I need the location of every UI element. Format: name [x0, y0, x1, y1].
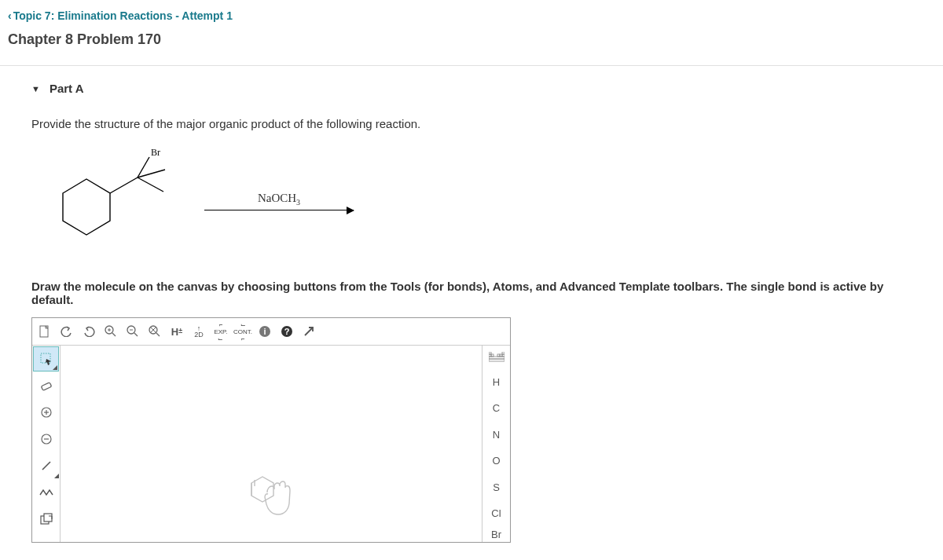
hand-cursor-icon — [244, 469, 299, 526]
left-tool-palette — [32, 346, 61, 542]
svg-rect-39 — [491, 354, 494, 357]
atom-h-button[interactable]: H — [483, 369, 510, 395]
new-doc-button[interactable] — [34, 321, 56, 342]
dropdown-indicator-icon — [54, 474, 59, 478]
fullscreen-button[interactable] — [298, 321, 320, 342]
reaction-diagram: Br NaOCH3 — [31, 146, 919, 256]
svg-rect-36 — [489, 352, 491, 354]
svg-line-3 — [138, 178, 163, 192]
reagent-label: NaOCH3 — [204, 192, 354, 207]
redo-button[interactable] — [78, 321, 100, 342]
hydrogen-toggle-button[interactable]: H± — [166, 321, 188, 342]
single-bond-tool[interactable] — [32, 452, 60, 479]
svg-line-7 — [112, 333, 116, 336]
zoom-in-button[interactable] — [100, 321, 122, 342]
chain-tool[interactable] — [32, 479, 60, 506]
atom-palette: H C N O S Cl Br — [482, 346, 510, 542]
contract-label: CONT. — [233, 328, 252, 335]
template-tool[interactable] — [32, 506, 60, 533]
dropdown-indicator-icon — [53, 365, 57, 370]
molecule-editor: H± ↑2D ⌐EXP.⌙ ⌙CONT.⌐ i ? — [31, 317, 511, 543]
zoom-fit-button[interactable] — [144, 321, 166, 342]
svg-rect-38 — [489, 354, 491, 357]
charge-minus-tool[interactable] — [32, 426, 60, 452]
help-button[interactable]: ? — [276, 321, 298, 342]
part-label: Part A — [50, 82, 84, 95]
atom-s-button[interactable]: S — [483, 474, 510, 500]
atom-n-button[interactable]: N — [483, 421, 510, 447]
hydrogen-toggle-label: H — [171, 326, 178, 338]
contract-button[interactable]: ⌙CONT.⌐ — [232, 321, 254, 342]
view-2d-label: 2D — [194, 331, 204, 338]
breadcrumb-text: Topic 7: Elimination Reactions - Attempt… — [13, 9, 233, 22]
drawing-canvas[interactable] — [61, 346, 482, 542]
periodic-table-button[interactable] — [483, 346, 510, 369]
atom-cl-button[interactable]: Cl — [483, 500, 510, 526]
svg-rect-37 — [502, 352, 505, 354]
chevron-left-icon: ‹ — [8, 9, 12, 22]
select-tool[interactable] — [33, 346, 59, 372]
svg-rect-41 — [500, 354, 502, 357]
view-2d-button[interactable]: ↑2D — [188, 321, 210, 342]
svg-rect-40 — [497, 354, 500, 357]
svg-line-14 — [156, 333, 160, 336]
expand-label: EXP. — [214, 328, 227, 335]
atom-o-button[interactable]: O — [483, 448, 510, 474]
expand-button[interactable]: ⌐EXP.⌙ — [210, 321, 232, 342]
svg-rect-43 — [489, 357, 505, 359]
breadcrumb-link[interactable]: ‹Topic 7: Elimination Reactions - Attemp… — [8, 9, 935, 22]
question-text: Provide the structure of the major organ… — [31, 117, 919, 130]
atom-br-button[interactable]: Br — [483, 526, 510, 542]
canvas-instruction: Draw the molecule on the canvas by choos… — [31, 280, 919, 306]
eraser-tool[interactable] — [32, 372, 60, 399]
reaction-arrow — [204, 210, 354, 210]
collapse-caret-icon[interactable]: ▼ — [31, 84, 40, 93]
svg-rect-44 — [489, 359, 505, 361]
svg-line-11 — [134, 333, 138, 336]
svg-rect-42 — [502, 354, 505, 357]
chapter-title: Chapter 8 Problem 170 — [8, 31, 935, 48]
svg-text:i: i — [263, 327, 266, 336]
svg-rect-24 — [41, 382, 51, 391]
svg-rect-32 — [44, 514, 52, 522]
svg-line-30 — [42, 462, 50, 470]
starting-material-structure: Br — [31, 146, 189, 256]
svg-text:?: ? — [284, 327, 290, 336]
svg-marker-23 — [46, 359, 51, 365]
editor-top-toolbar: H± ↑2D ⌐EXP.⌙ ⌙CONT.⌐ i ? — [32, 318, 510, 346]
undo-button[interactable] — [56, 321, 78, 342]
svg-line-21 — [305, 328, 313, 335]
svg-marker-0 — [63, 179, 110, 235]
zoom-out-button[interactable] — [122, 321, 144, 342]
bromine-label: Br — [151, 147, 160, 158]
charge-plus-tool[interactable] — [32, 399, 60, 426]
atom-c-button[interactable]: C — [483, 395, 510, 421]
info-button[interactable]: i — [254, 321, 276, 342]
svg-line-1 — [110, 178, 138, 193]
